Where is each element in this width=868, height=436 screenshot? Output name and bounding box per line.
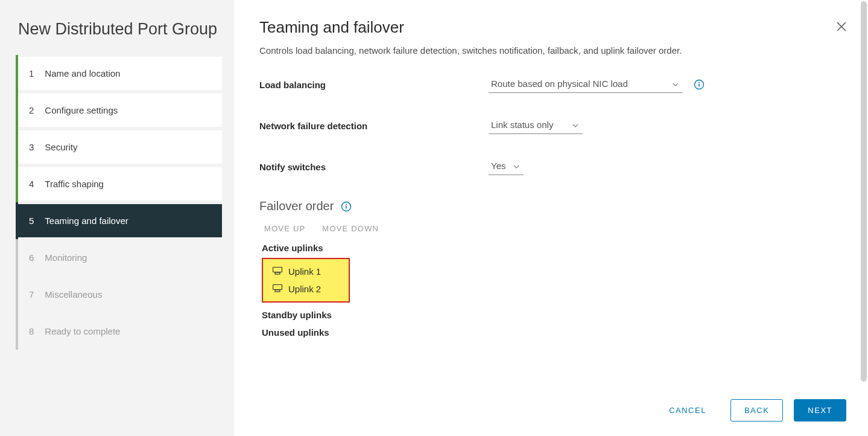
cancel-button[interactable]: CANCEL <box>656 400 720 421</box>
chevron-down-icon <box>572 121 579 131</box>
scrollbar[interactable] <box>861 1 867 382</box>
step-label: Monitoring <box>45 252 87 263</box>
label-load-balancing: Load balancing <box>259 80 489 90</box>
uplink-icon <box>273 266 282 277</box>
close-icon[interactable] <box>835 21 847 35</box>
svg-rect-7 <box>275 272 280 274</box>
failover-order-label: Failover order <box>259 199 334 213</box>
select-notify-switches[interactable]: Yes <box>489 158 524 175</box>
wizard-step-3[interactable]: 3 Security <box>18 130 222 164</box>
step-number: 7 <box>29 289 40 300</box>
select-load-balancing-value: Route based on physical NIC load <box>491 79 628 89</box>
uplink-item[interactable]: Uplink 1 <box>263 263 349 280</box>
page-heading: Teaming and failover <box>259 18 840 37</box>
uplink-item[interactable]: Uplink 2 <box>263 280 349 298</box>
select-notify-switches-value: Yes <box>491 161 505 171</box>
uplink-item-label: Uplink 1 <box>288 266 321 277</box>
step-number: 8 <box>29 326 40 336</box>
wizard-content: Teaming and failover Controls load balan… <box>234 0 868 436</box>
unused-uplinks-label: Unused uplinks <box>262 327 840 338</box>
info-icon[interactable] <box>694 79 705 90</box>
move-down-button[interactable]: MOVE DOWN <box>322 224 379 233</box>
label-notify-switches: Notify switches <box>259 162 489 172</box>
wizard-step-1[interactable]: 1 Name and location <box>18 57 222 90</box>
active-uplinks-highlight: Uplink 1 Uplink 2 <box>262 258 350 303</box>
step-number: 6 <box>29 252 40 263</box>
svg-rect-5 <box>346 205 347 208</box>
svg-rect-2 <box>699 84 700 87</box>
step-number: 5 <box>29 216 40 226</box>
wizard-sidebar: New Distributed Port Group 1 Name and lo… <box>0 0 234 436</box>
step-number: 1 <box>29 68 40 79</box>
move-up-button[interactable]: MOVE UP <box>264 224 305 233</box>
row-load-balancing: Load balancing Route based on physical N… <box>259 76 840 93</box>
back-button[interactable]: BACK <box>730 399 783 422</box>
step-number: 2 <box>29 105 40 115</box>
svg-point-1 <box>699 82 700 83</box>
standby-uplinks-label: Standby uplinks <box>262 310 840 320</box>
select-network-failure-detection-value: Link status only <box>491 120 553 130</box>
step-label: Security <box>45 142 77 152</box>
page-description: Controls load balancing, network failure… <box>259 45 840 56</box>
next-button[interactable]: NEXT <box>794 399 846 422</box>
select-load-balancing[interactable]: Route based on physical NIC load <box>489 76 683 93</box>
wizard-step-2[interactable]: 2 Configure settings <box>18 94 222 127</box>
wizard-footer: CANCEL BACK NEXT <box>656 399 846 422</box>
chevron-down-icon <box>672 80 679 90</box>
step-label: Ready to complete <box>45 326 120 336</box>
info-icon[interactable] <box>341 201 352 212</box>
chevron-down-icon <box>513 162 520 172</box>
row-notify-switches: Notify switches Yes <box>259 158 840 175</box>
step-label: Teaming and failover <box>45 216 128 226</box>
step-number: 3 <box>29 142 40 152</box>
uplink-icon <box>273 284 282 294</box>
label-network-failure-detection: Network failure detection <box>259 121 489 131</box>
wizard-title: New Distributed Port Group <box>18 19 222 40</box>
step-number: 4 <box>29 179 40 189</box>
wizard-steps: 1 Name and location2 Configure settings3… <box>18 57 222 348</box>
step-label: Configure settings <box>45 105 118 115</box>
row-network-failure-detection: Network failure detection Link status on… <box>259 117 840 134</box>
svg-point-4 <box>346 204 347 205</box>
wizard-step-8: 8 Ready to complete <box>18 315 222 348</box>
failover-order-heading: Failover order <box>259 199 840 213</box>
uplink-item-label: Uplink 2 <box>288 284 321 294</box>
active-uplinks-label: Active uplinks <box>262 243 840 253</box>
wizard-modal: New Distributed Port Group 1 Name and lo… <box>0 0 868 436</box>
step-label: Miscellaneous <box>45 289 102 300</box>
svg-rect-6 <box>273 268 282 272</box>
move-buttons: MOVE UP MOVE DOWN <box>259 224 840 233</box>
wizard-step-5[interactable]: 5 Teaming and failover <box>18 204 222 237</box>
step-label: Traffic shaping <box>45 179 104 189</box>
step-label: Name and location <box>45 68 120 79</box>
wizard-step-7: 7 Miscellaneous <box>18 278 222 311</box>
select-network-failure-detection[interactable]: Link status only <box>489 117 583 134</box>
wizard-step-6: 6 Monitoring <box>18 241 222 274</box>
svg-rect-8 <box>273 285 282 290</box>
wizard-step-4[interactable]: 4 Traffic shaping <box>18 167 222 200</box>
svg-rect-9 <box>275 290 280 292</box>
